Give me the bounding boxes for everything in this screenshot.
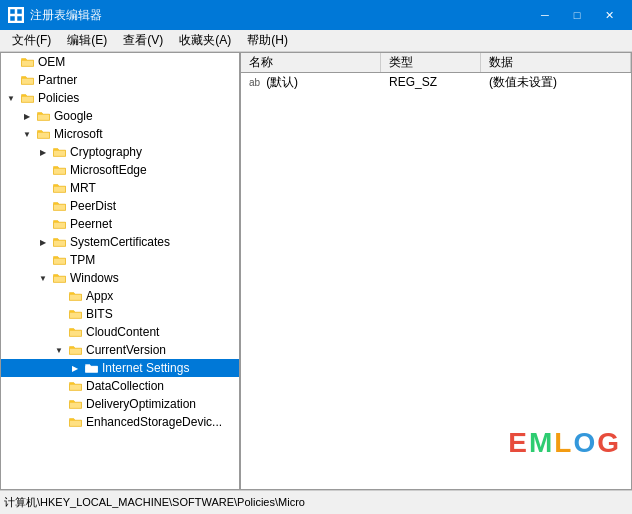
tree-item-peernet[interactable]: Peernet (1, 215, 239, 233)
tree-label-peernet: Peernet (70, 217, 112, 231)
col-header-name: 名称 (241, 53, 381, 72)
expander-microsoftedge (35, 161, 51, 179)
expander-enhancedstorage (51, 413, 67, 431)
expander-cloudcontent (51, 323, 67, 341)
statusbar: 计算机\HKEY_LOCAL_MACHINE\SOFTWARE\Policies… (0, 490, 632, 514)
expander-windows[interactable]: ▼ (35, 269, 51, 287)
folder-icon-internetsettings (83, 361, 99, 375)
menu-help[interactable]: 帮助(H) (239, 30, 296, 51)
tree-label-google: Google (54, 109, 93, 123)
expander-policies[interactable]: ▼ (3, 89, 19, 107)
tree-item-internetsettings[interactable]: ▶ Internet Settings (1, 359, 239, 377)
expander-bits (51, 305, 67, 323)
data-row-default[interactable]: ab (默认) REG_SZ (数值未设置) (241, 73, 631, 91)
tree-label-datacollection: DataCollection (86, 379, 164, 393)
tree-label-cloudcontent: CloudContent (86, 325, 159, 339)
tree-item-enhancedstorage[interactable]: EnhancedStorageDevic... (1, 413, 239, 431)
tree-item-tpm[interactable]: TPM (1, 251, 239, 269)
tree-item-partner[interactable]: Partner (1, 71, 239, 89)
window-controls: ─ □ ✕ (530, 5, 624, 25)
menu-favorites[interactable]: 收藏夹(A) (171, 30, 239, 51)
folder-icon-appx (67, 289, 83, 303)
svg-rect-1 (17, 9, 22, 14)
expander-datacollection (51, 377, 67, 395)
expander-peernet (35, 215, 51, 233)
tree-label-partner: Partner (38, 73, 77, 87)
folder-icon-deliveryoptimization (67, 397, 83, 411)
expander-google[interactable]: ▶ (19, 107, 35, 125)
tree-label-windows: Windows (70, 271, 119, 285)
tree-item-deliveryoptimization[interactable]: DeliveryOptimization (1, 395, 239, 413)
folder-icon-microsoft (35, 127, 51, 141)
folder-icon-tpm (51, 253, 67, 267)
tree-item-datacollection[interactable]: DataCollection (1, 377, 239, 395)
emlog-watermark: EMLOG (508, 427, 621, 459)
folder-icon-systemcertificates (51, 235, 67, 249)
titlebar-left: 注册表编辑器 (8, 7, 102, 24)
column-headers: 名称 类型 数据 (241, 53, 631, 73)
expander-oem (3, 53, 19, 71)
minimize-button[interactable]: ─ (530, 5, 560, 25)
folder-icon-enhancedstorage (67, 415, 83, 429)
tree-label-deliveryoptimization: DeliveryOptimization (86, 397, 196, 411)
menu-view[interactable]: 查看(V) (115, 30, 171, 51)
emlog-l: L (554, 427, 573, 458)
emlog-m: M (529, 427, 554, 458)
tree-item-oem[interactable]: OEM (1, 53, 239, 71)
tree-item-appx[interactable]: Appx (1, 287, 239, 305)
emlog-o: O (573, 427, 597, 458)
maximize-button[interactable]: □ (562, 5, 592, 25)
emlog-e: E (508, 427, 529, 458)
tree-label-cryptography: Cryptography (70, 145, 142, 159)
menu-edit[interactable]: 编辑(E) (59, 30, 115, 51)
tree-item-policies[interactable]: ▼ Policies (1, 89, 239, 107)
close-button[interactable]: ✕ (594, 5, 624, 25)
expander-tpm (35, 251, 51, 269)
tree-item-cryptography[interactable]: ▶ Cryptography (1, 143, 239, 161)
tree-item-windows[interactable]: ▼ Windows (1, 269, 239, 287)
tree-item-peerdist[interactable]: PeerDist (1, 197, 239, 215)
tree-label-internetsettings: Internet Settings (102, 361, 189, 375)
tree-label-tpm: TPM (70, 253, 95, 267)
expander-internetsettings[interactable]: ▶ (67, 359, 83, 377)
tree-item-currentversion[interactable]: ▼ CurrentVersion (1, 341, 239, 359)
folder-icon-datacollection (67, 379, 83, 393)
data-cell-data: (数值未设置) (481, 74, 631, 91)
menubar: 文件(F) 编辑(E) 查看(V) 收藏夹(A) 帮助(H) (0, 30, 632, 52)
tree-item-bits[interactable]: BITS (1, 305, 239, 323)
col-header-type: 类型 (381, 53, 481, 72)
folder-icon-google (35, 109, 51, 123)
tree-item-microsoft[interactable]: ▼ Microsoft (1, 125, 239, 143)
expander-systemcertificates[interactable]: ▶ (35, 233, 51, 251)
app-icon (8, 7, 24, 23)
expander-cryptography[interactable]: ▶ (35, 143, 51, 161)
folder-icon-windows (51, 271, 67, 285)
tree-label-oem: OEM (38, 55, 65, 69)
folder-icon-policies (19, 91, 35, 105)
folder-icon-peerdist (51, 199, 67, 213)
folder-icon-currentversion (67, 343, 83, 357)
data-cell-name: ab (默认) (241, 74, 381, 91)
main-area: OEM Partner ▼ Policies (0, 52, 632, 490)
tree-panel[interactable]: OEM Partner ▼ Policies (1, 53, 241, 489)
folder-icon-cloudcontent (67, 325, 83, 339)
tree-label-enhancedstorage: EnhancedStorageDevic... (86, 415, 222, 429)
tree-item-microsoftedge[interactable]: MicrosoftEdge (1, 161, 239, 179)
expander-peerdist (35, 197, 51, 215)
expander-currentversion[interactable]: ▼ (51, 341, 67, 359)
tree-label-bits: BITS (86, 307, 113, 321)
tree-item-google[interactable]: ▶ Google (1, 107, 239, 125)
tree-item-cloudcontent[interactable]: CloudContent (1, 323, 239, 341)
svg-rect-0 (10, 9, 15, 14)
tree-item-systemcertificates[interactable]: ▶ SystemCertificates (1, 233, 239, 251)
tree-item-mrt[interactable]: MRT (1, 179, 239, 197)
data-name-label: (默认) (266, 74, 298, 91)
tree-label-currentversion: CurrentVersion (86, 343, 166, 357)
menu-file[interactable]: 文件(F) (4, 30, 59, 51)
data-cell-type: REG_SZ (381, 75, 481, 89)
statusbar-text: 计算机\HKEY_LOCAL_MACHINE\SOFTWARE\Policies… (4, 495, 305, 510)
expander-appx (51, 287, 67, 305)
expander-microsoft[interactable]: ▼ (19, 125, 35, 143)
window-title: 注册表编辑器 (30, 7, 102, 24)
folder-icon-cryptography (51, 145, 67, 159)
